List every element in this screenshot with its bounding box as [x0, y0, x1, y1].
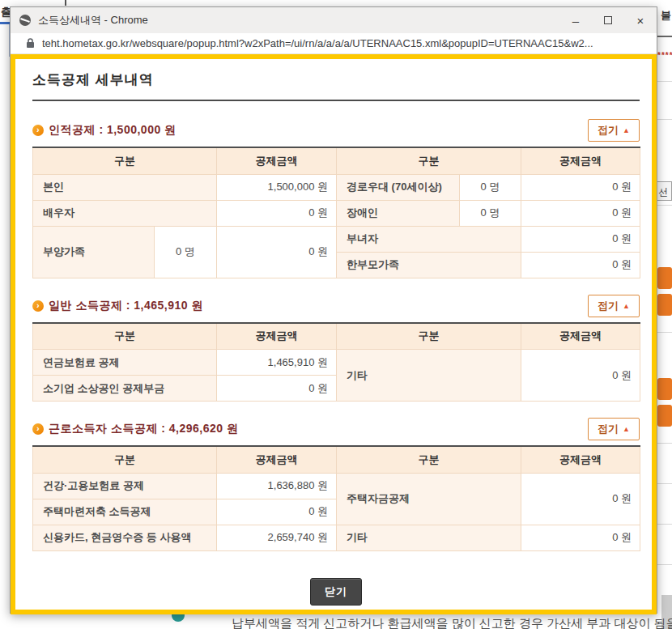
section-earned-income-deduction: › 근로소득자 소득공제 : 4,296,620 원 접기 ▲ 구분 공제금액 — [32, 418, 640, 551]
background-required-stars: **** — [657, 51, 672, 60]
section-title-text: 인적공제 : 1,500,000 원 — [49, 123, 177, 138]
window-controls: – × — [559, 7, 657, 33]
amount-cell: 0 원 — [521, 525, 640, 550]
label-cell: 배우자 — [33, 200, 217, 226]
column-header: 구분 — [33, 446, 217, 473]
column-header: 구분 — [33, 323, 217, 350]
background-orange-button[interactable] — [657, 294, 672, 316]
amount-cell: 1,636,880 원 — [217, 473, 337, 499]
column-header: 구분 — [337, 446, 521, 473]
label-cell: 소기업 소상공인 공제부금 — [33, 376, 217, 402]
amount-cell: 2,659,740 원 — [217, 525, 337, 550]
section-arrow-icon: › — [32, 423, 44, 435]
chrome-popup-window: 소득상세내역 - Chrome – × teht.hometax.go.kr/w… — [10, 6, 657, 614]
section-title: › 인적공제 : 1,500,000 원 — [32, 123, 177, 138]
column-header: 공제금액 — [521, 323, 640, 350]
table-row: 건강·고용보험료 공제 1,636,880 원 주택자금공제 0 원 — [33, 473, 640, 499]
table-header-row: 구분 공제금액 구분 공제금액 — [33, 147, 640, 174]
section-arrow-icon: › — [32, 300, 44, 312]
popup-highlight-frame: 소득공제 세부내역 › 인적공제 : 1,500,000 원 접기 ▲ — [11, 54, 657, 614]
section-general-deduction: › 일반 소득공제 : 1,465,910 원 접기 ▲ 구분 공제금액 — [32, 295, 640, 402]
url-text[interactable]: teht.hometax.go.kr/websquare/popup.html?… — [42, 37, 593, 49]
label-cell: 기타 — [337, 350, 521, 402]
collapse-arrow-icon: ▲ — [623, 302, 630, 310]
collapse-button[interactable]: 접기 ▲ — [588, 119, 640, 142]
amount-cell: 0 원 — [521, 226, 640, 252]
amount-cell: 0 원 — [521, 200, 640, 226]
label-cell: 장애인 — [337, 200, 460, 226]
column-header: 공제금액 — [217, 446, 337, 473]
label-cell: 기타 — [337, 525, 521, 550]
collapse-button[interactable]: 접기 ▲ — [588, 295, 640, 317]
background-rule — [657, 36, 672, 37]
background-caret-line — [65, 0, 66, 6]
table-row: 본인 1,500,000 원 경로우대 (70세이상) 0 명 0 원 — [33, 174, 640, 200]
count-cell: 0 명 — [460, 174, 521, 200]
section-title-text: 근로소득자 소득공제 : 4,296,620 원 — [49, 422, 239, 436]
table-row: 부양가족 0 명 0 원 부녀자 0 원 — [33, 226, 640, 252]
amount-cell: 0 원 — [521, 252, 640, 278]
label-cell: 신용카드, 현금영수증 등 사용액 — [33, 525, 217, 550]
background-row-line — [656, 81, 672, 82]
section-title-text: 일반 소득공제 : 1,465,910 원 — [49, 299, 203, 313]
column-header: 구분 — [337, 147, 521, 174]
amount-cell: 1,465,910 원 — [217, 350, 337, 376]
count-cell: 0 명 — [155, 226, 217, 278]
background-row-line — [656, 483, 672, 484]
background-row-line — [656, 564, 672, 565]
background-row-line — [656, 524, 672, 525]
column-header: 공제금액 — [521, 446, 640, 473]
page-title: 소득공제 세부내역 — [32, 70, 640, 89]
earned-income-deduction-table: 구분 공제금액 구분 공제금액 건강·고용보험료 공제 1,636,880 원 … — [32, 445, 640, 551]
label-cell: 건강·고용보험료 공제 — [33, 473, 217, 499]
minimize-button[interactable]: – — [559, 7, 592, 33]
background-tab-right: 불 — [661, 8, 671, 23]
amount-cell: 0 원 — [217, 200, 337, 226]
background-row-line — [656, 119, 672, 120]
label-cell: 경로우대 (70세이상) — [337, 174, 460, 200]
close-popup-button[interactable]: 닫기 — [310, 578, 362, 606]
label-cell: 한부모가족 — [337, 252, 521, 278]
section-title: › 일반 소득공제 : 1,465,910 원 — [32, 299, 203, 313]
label-cell: 부양가족 — [33, 226, 155, 278]
amount-cell: 0 원 — [521, 473, 640, 525]
table-row: 신용카드, 현금영수증 등 사용액 2,659,740 원 기타 0 원 — [33, 525, 640, 550]
maximize-button[interactable] — [592, 7, 624, 33]
table-header-row: 구분 공제금액 구분 공제금액 — [33, 323, 640, 350]
section-arrow-icon: › — [32, 125, 44, 136]
background-orange-button[interactable] — [657, 378, 672, 400]
window-titlebar: 소득상세내역 - Chrome – × — [11, 7, 657, 33]
table-row: 배우자 0 원 장애인 0 명 0 원 — [33, 200, 640, 226]
column-header: 구분 — [33, 147, 217, 174]
title-divider — [32, 100, 640, 101]
column-header: 공제금액 — [217, 147, 337, 174]
count-cell: 0 명 — [460, 200, 521, 226]
amount-cell: 0 원 — [521, 350, 640, 402]
general-deduction-table: 구분 공제금액 구분 공제금액 연금보험료 공제 1,465,910 원 기타 … — [32, 322, 640, 402]
address-bar[interactable]: teht.hometax.go.kr/websquare/popup.html?… — [11, 33, 657, 54]
column-header: 공제금액 — [521, 147, 640, 174]
collapse-arrow-icon: ▲ — [623, 126, 630, 134]
amount-cell: 0 원 — [217, 226, 337, 278]
screen: 출 불 **** 선 납부세액을 적게 신고하거나 환급세액을 많이 신고한 경… — [0, 0, 672, 629]
maximize-icon — [604, 16, 612, 24]
label-cell: 연금보험료 공제 — [33, 350, 217, 376]
background-orange-button[interactable] — [657, 405, 672, 427]
column-header: 공제금액 — [217, 323, 337, 350]
popup-content: 소득공제 세부내역 › 인적공제 : 1,500,000 원 접기 ▲ — [15, 59, 652, 606]
amount-cell: 0 원 — [217, 376, 337, 402]
close-window-button[interactable]: × — [624, 7, 657, 33]
background-row-line — [656, 332, 672, 333]
background-row-line — [656, 205, 672, 206]
label-cell: 부녀자 — [337, 226, 521, 252]
background-orange-button[interactable] — [657, 267, 672, 289]
column-header: 구분 — [337, 323, 521, 350]
collapse-label: 접기 — [598, 422, 619, 436]
amount-cell: 0 원 — [521, 174, 640, 200]
collapse-button[interactable]: 접기 ▲ — [588, 418, 640, 440]
label-cell: 주택자금공제 — [337, 473, 521, 525]
section-title: › 근로소득자 소득공제 : 4,296,620 원 — [32, 422, 239, 436]
section-personal-deduction: › 인적공제 : 1,500,000 원 접기 ▲ 구분 공제금액 — [32, 119, 640, 278]
table-header-row: 구분 공제금액 구분 공제금액 — [33, 446, 640, 473]
lock-icon[interactable] — [26, 38, 35, 49]
